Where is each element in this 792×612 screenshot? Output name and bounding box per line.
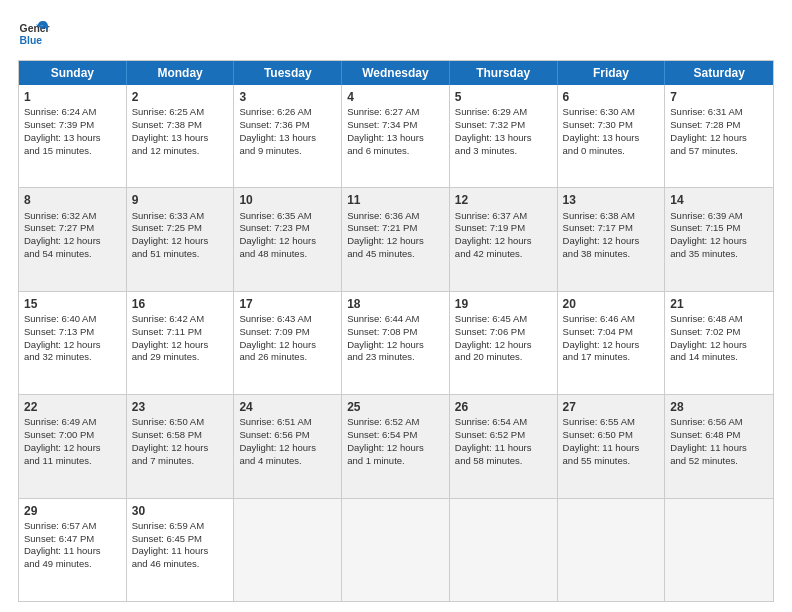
day-info-line-0: Sunrise: 6:33 AM <box>132 210 229 223</box>
day-info-line-1: Sunset: 7:11 PM <box>132 326 229 339</box>
day-info-line-2: Daylight: 12 hours <box>132 235 229 248</box>
day-number: 11 <box>347 192 444 208</box>
day-number: 2 <box>132 89 229 105</box>
header-day-monday: Monday <box>127 61 235 85</box>
day-number: 19 <box>455 296 552 312</box>
day-info-line-2: Daylight: 13 hours <box>455 132 552 145</box>
day-info-line-2: Daylight: 11 hours <box>563 442 660 455</box>
day-cell-24: 24Sunrise: 6:51 AMSunset: 6:56 PMDayligh… <box>234 395 342 497</box>
day-number: 5 <box>455 89 552 105</box>
day-info-line-3: and 55 minutes. <box>563 455 660 468</box>
calendar-header-row: SundayMondayTuesdayWednesdayThursdayFrid… <box>19 61 773 85</box>
header-day-saturday: Saturday <box>665 61 773 85</box>
day-cell-8: 8Sunrise: 6:32 AMSunset: 7:27 PMDaylight… <box>19 188 127 290</box>
day-info-line-0: Sunrise: 6:25 AM <box>132 106 229 119</box>
day-number: 23 <box>132 399 229 415</box>
day-cell-28: 28Sunrise: 6:56 AMSunset: 6:48 PMDayligh… <box>665 395 773 497</box>
day-number: 17 <box>239 296 336 312</box>
day-cell-23: 23Sunrise: 6:50 AMSunset: 6:58 PMDayligh… <box>127 395 235 497</box>
day-info-line-0: Sunrise: 6:38 AM <box>563 210 660 223</box>
logo-icon: General Blue <box>18 18 50 50</box>
day-cell-11: 11Sunrise: 6:36 AMSunset: 7:21 PMDayligh… <box>342 188 450 290</box>
day-cell-7: 7Sunrise: 6:31 AMSunset: 7:28 PMDaylight… <box>665 85 773 187</box>
day-info-line-2: Daylight: 11 hours <box>455 442 552 455</box>
day-info-line-0: Sunrise: 6:45 AM <box>455 313 552 326</box>
day-number: 27 <box>563 399 660 415</box>
day-info-line-1: Sunset: 7:06 PM <box>455 326 552 339</box>
day-cell-21: 21Sunrise: 6:48 AMSunset: 7:02 PMDayligh… <box>665 292 773 394</box>
day-cell-14: 14Sunrise: 6:39 AMSunset: 7:15 PMDayligh… <box>665 188 773 290</box>
day-cell-15: 15Sunrise: 6:40 AMSunset: 7:13 PMDayligh… <box>19 292 127 394</box>
day-info-line-0: Sunrise: 6:24 AM <box>24 106 121 119</box>
day-info-line-0: Sunrise: 6:43 AM <box>239 313 336 326</box>
calendar-week-1: 1Sunrise: 6:24 AMSunset: 7:39 PMDaylight… <box>19 85 773 188</box>
day-number: 24 <box>239 399 336 415</box>
day-info-line-0: Sunrise: 6:31 AM <box>670 106 768 119</box>
day-info-line-0: Sunrise: 6:27 AM <box>347 106 444 119</box>
day-number: 7 <box>670 89 768 105</box>
day-info-line-3: and 48 minutes. <box>239 248 336 261</box>
day-info-line-1: Sunset: 6:45 PM <box>132 533 229 546</box>
day-info-line-3: and 14 minutes. <box>670 351 768 364</box>
day-info-line-0: Sunrise: 6:26 AM <box>239 106 336 119</box>
day-info-line-2: Daylight: 12 hours <box>347 442 444 455</box>
day-info-line-0: Sunrise: 6:56 AM <box>670 416 768 429</box>
day-info-line-3: and 0 minutes. <box>563 145 660 158</box>
header-day-thursday: Thursday <box>450 61 558 85</box>
day-number: 12 <box>455 192 552 208</box>
day-info-line-2: Daylight: 13 hours <box>563 132 660 145</box>
day-info-line-1: Sunset: 6:56 PM <box>239 429 336 442</box>
day-cell-17: 17Sunrise: 6:43 AMSunset: 7:09 PMDayligh… <box>234 292 342 394</box>
day-info-line-1: Sunset: 7:25 PM <box>132 222 229 235</box>
day-info-line-2: Daylight: 12 hours <box>24 442 121 455</box>
day-info-line-3: and 11 minutes. <box>24 455 121 468</box>
calendar-week-5: 29Sunrise: 6:57 AMSunset: 6:47 PMDayligh… <box>19 499 773 601</box>
day-info-line-1: Sunset: 7:36 PM <box>239 119 336 132</box>
day-info-line-3: and 20 minutes. <box>455 351 552 364</box>
empty-cell <box>450 499 558 601</box>
day-info-line-2: Daylight: 12 hours <box>670 235 768 248</box>
day-info-line-2: Daylight: 12 hours <box>239 339 336 352</box>
day-info-line-1: Sunset: 7:32 PM <box>455 119 552 132</box>
day-number: 1 <box>24 89 121 105</box>
header-day-friday: Friday <box>558 61 666 85</box>
day-info-line-3: and 1 minute. <box>347 455 444 468</box>
day-cell-2: 2Sunrise: 6:25 AMSunset: 7:38 PMDaylight… <box>127 85 235 187</box>
day-number: 29 <box>24 503 121 519</box>
day-number: 20 <box>563 296 660 312</box>
day-info-line-0: Sunrise: 6:37 AM <box>455 210 552 223</box>
day-cell-20: 20Sunrise: 6:46 AMSunset: 7:04 PMDayligh… <box>558 292 666 394</box>
day-info-line-1: Sunset: 6:54 PM <box>347 429 444 442</box>
day-info-line-3: and 26 minutes. <box>239 351 336 364</box>
day-info-line-0: Sunrise: 6:55 AM <box>563 416 660 429</box>
day-number: 18 <box>347 296 444 312</box>
empty-cell <box>234 499 342 601</box>
day-cell-29: 29Sunrise: 6:57 AMSunset: 6:47 PMDayligh… <box>19 499 127 601</box>
day-cell-18: 18Sunrise: 6:44 AMSunset: 7:08 PMDayligh… <box>342 292 450 394</box>
day-info-line-1: Sunset: 7:30 PM <box>563 119 660 132</box>
day-cell-4: 4Sunrise: 6:27 AMSunset: 7:34 PMDaylight… <box>342 85 450 187</box>
day-info-line-3: and 57 minutes. <box>670 145 768 158</box>
day-info-line-2: Daylight: 12 hours <box>455 339 552 352</box>
day-number: 9 <box>132 192 229 208</box>
day-info-line-0: Sunrise: 6:54 AM <box>455 416 552 429</box>
day-info-line-2: Daylight: 11 hours <box>24 545 121 558</box>
day-cell-22: 22Sunrise: 6:49 AMSunset: 7:00 PMDayligh… <box>19 395 127 497</box>
day-info-line-2: Daylight: 12 hours <box>455 235 552 248</box>
day-info-line-0: Sunrise: 6:40 AM <box>24 313 121 326</box>
day-cell-10: 10Sunrise: 6:35 AMSunset: 7:23 PMDayligh… <box>234 188 342 290</box>
day-info-line-2: Daylight: 12 hours <box>132 442 229 455</box>
day-info-line-1: Sunset: 7:21 PM <box>347 222 444 235</box>
header-day-wednesday: Wednesday <box>342 61 450 85</box>
day-info-line-0: Sunrise: 6:39 AM <box>670 210 768 223</box>
day-info-line-2: Daylight: 13 hours <box>132 132 229 145</box>
day-number: 15 <box>24 296 121 312</box>
day-info-line-1: Sunset: 7:13 PM <box>24 326 121 339</box>
day-info-line-3: and 3 minutes. <box>455 145 552 158</box>
day-info-line-3: and 23 minutes. <box>347 351 444 364</box>
day-info-line-0: Sunrise: 6:57 AM <box>24 520 121 533</box>
day-number: 30 <box>132 503 229 519</box>
day-info-line-2: Daylight: 12 hours <box>239 442 336 455</box>
day-number: 3 <box>239 89 336 105</box>
day-info-line-0: Sunrise: 6:36 AM <box>347 210 444 223</box>
